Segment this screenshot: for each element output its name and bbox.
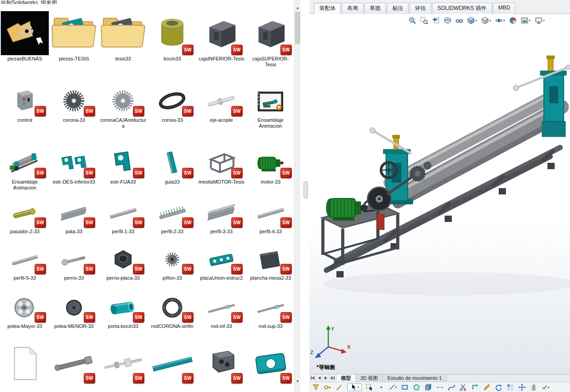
splitter-handle[interactable] bbox=[303, 181, 308, 198]
zoom-to-fit-icon[interactable] bbox=[409, 17, 416, 24]
file-item-piñon-33[interactable]: SWpiñon-33 bbox=[148, 246, 196, 281]
ribbon-tab-标注[interactable]: 标注 bbox=[387, 3, 409, 14]
view-settings-icon[interactable]: ▾ bbox=[535, 17, 545, 24]
file-item-row7-3[interactable]: SW bbox=[99, 344, 147, 384]
ribbon-tab-MBD[interactable]: MBD bbox=[493, 3, 516, 14]
file-item-perfil-4-33[interactable]: SWperfil-4-33 bbox=[247, 198, 294, 235]
dropdown-caret-icon[interactable]: ▾ bbox=[529, 18, 531, 23]
file-item-perfil-1-33[interactable]: SWperfil-1-33 bbox=[99, 198, 147, 235]
file-item-Ensamblaje-Animacion[interactable]: Ensamblaje Animacion bbox=[247, 87, 294, 129]
key-tool-icon[interactable] bbox=[324, 383, 331, 391]
file-item-row7-4[interactable]: SW bbox=[148, 344, 196, 384]
file-item-coronaCAJAreductura[interactable]: SWcoronaCAJAreductura bbox=[99, 87, 147, 129]
rotate-tool-icon[interactable] bbox=[495, 383, 502, 391]
file-item-piezasBUENAS[interactable]: piezasBUENAS bbox=[1, 11, 49, 62]
file-item-perfil-5-33[interactable]: SWperfil-5-33 bbox=[1, 246, 49, 281]
file-item-mesitaMOTOR-Tesis[interactable]: SWmesitaMOTOR-Tesis bbox=[198, 147, 245, 185]
file-item-perfil-2-33[interactable]: SWperfil-2-33 bbox=[148, 198, 196, 235]
line-tool-icon[interactable]: ▾ bbox=[389, 383, 397, 391]
previous-view-icon[interactable] bbox=[432, 17, 440, 24]
spline-tool-icon[interactable] bbox=[448, 383, 455, 391]
file-item-perfil-3-33[interactable]: SWperfil-3-33 bbox=[198, 198, 245, 235]
file-item-row7-6[interactable]: SW bbox=[247, 344, 294, 384]
file-item-pasador-2-33[interactable]: SWpasador-2-33 bbox=[1, 198, 49, 235]
file-item-row7-2[interactable]: SW bbox=[50, 344, 98, 384]
centerline-tool-icon[interactable] bbox=[436, 383, 444, 391]
file-item-cajaSUPERIOR-Tesis[interactable]: SWcajaSUPERIOR-Tesis bbox=[247, 11, 294, 68]
dropdown-caret-icon[interactable]: ▾ bbox=[503, 18, 505, 23]
zoom-to-area-icon[interactable] bbox=[420, 17, 428, 24]
model-3d-view[interactable]: Y X Z bbox=[309, 14, 570, 374]
file-panel-scrollbar[interactable]: ▲ ▼ bbox=[294, 0, 300, 392]
first-frame-icon[interactable] bbox=[309, 374, 316, 382]
dropdown-caret-icon[interactable]: ▾ bbox=[543, 18, 545, 23]
file-item-perno-33[interactable]: SWperno-33 bbox=[50, 246, 98, 281]
dynamic-annotation-icon[interactable] bbox=[455, 17, 463, 24]
graphics-viewport[interactable]: ▾▾▾▾▾ bbox=[309, 14, 570, 374]
bottom-tab-Estudio-de-movimiento-1[interactable]: Estudio de movimiento 1 bbox=[383, 374, 446, 382]
file-item-placaUnion-estruc2[interactable]: SWplacaUnion-estruc2 bbox=[198, 246, 245, 281]
file-item-tesis33[interactable]: tesis33 bbox=[99, 11, 147, 62]
section-view-icon[interactable] bbox=[444, 17, 451, 24]
file-item-guia33[interactable]: SWguia33 bbox=[148, 147, 196, 185]
file-item-piezas-TESIS[interactable]: piezas-TESIS bbox=[50, 11, 98, 62]
scroll-down-icon[interactable]: ▼ bbox=[294, 378, 301, 385]
edit-appearance-icon[interactable] bbox=[509, 17, 517, 24]
file-item-estr-DES-inferior33[interactable]: SWestr-DES-inferior33 bbox=[50, 147, 98, 185]
file-item-row7-1[interactable] bbox=[1, 344, 49, 384]
file-item-plancha-mesa2-33[interactable]: SWplancha-mesa2-33 bbox=[247, 246, 294, 281]
bottom-tab-模型[interactable]: 模型 bbox=[336, 374, 356, 382]
last-frame-icon[interactable] bbox=[330, 374, 336, 382]
file-item-pata-33[interactable]: SWpata-33 bbox=[50, 198, 98, 235]
file-item-cajaINFERIOR-Tesis[interactable]: SWcajaINFERIOR-Tesis bbox=[198, 11, 245, 62]
magic-wand-tool-icon[interactable] bbox=[336, 383, 343, 391]
apply-scene-icon[interactable]: ▾ bbox=[521, 17, 531, 24]
file-item-motor-33[interactable]: SWmotor-33 bbox=[247, 147, 294, 185]
file-item-correa-33[interactable]: SWcorrea-33 bbox=[148, 87, 196, 123]
next-frame-icon[interactable] bbox=[323, 374, 330, 382]
display-style-icon[interactable]: ▾ bbox=[481, 17, 491, 24]
dropdown-caret-icon[interactable]: ▾ bbox=[395, 385, 397, 389]
file-item-rodCORONA-sinfin[interactable]: SWrodCORONA-sinfin bbox=[148, 294, 196, 329]
trim-tool-icon[interactable] bbox=[460, 383, 467, 391]
select-tool-icon[interactable]: ▾ bbox=[347, 383, 362, 391]
file-item-Ensamblaje-Animacion[interactable]: SWEnsamblaje Animacion bbox=[1, 147, 49, 191]
dropdown-caret-icon[interactable]: ▾ bbox=[475, 18, 477, 23]
ribbon-tab-评估[interactable]: 评估 bbox=[409, 3, 431, 14]
ribbon-tab-SOLIDWORKS 插件[interactable]: SOLIDWORKS 插件 bbox=[432, 3, 492, 14]
rectangle-tool-icon[interactable] bbox=[401, 383, 409, 391]
spring-tool-icon[interactable] bbox=[530, 383, 538, 391]
file-item-polea-Mayor-33[interactable]: SWpolea-Mayor-33 bbox=[1, 294, 49, 329]
file-item-polea-MENOR-33[interactable]: SWpolea-MENOR-33 bbox=[50, 294, 98, 329]
filter-tool-icon[interactable] bbox=[312, 383, 320, 391]
file-item-porta-bocin33[interactable]: SWporta-bocin33 bbox=[99, 294, 147, 329]
bottom-tab-3D-视图[interactable]: 3D 视图 bbox=[356, 374, 383, 382]
view-orientation-icon[interactable]: ▾ bbox=[467, 17, 477, 24]
file-item-eje-acople[interactable]: SWeje-acople bbox=[198, 87, 245, 123]
file-item-perno-placa-33[interactable]: SWperno-placa-33 bbox=[99, 246, 147, 281]
polygon-tool-icon[interactable] bbox=[413, 383, 420, 391]
ribbon-tab-装配体[interactable]: 装配体 bbox=[314, 3, 341, 14]
file-item-rod-inf-33[interactable]: SWrod-inf-33 bbox=[198, 294, 245, 329]
point-tool-icon[interactable] bbox=[377, 383, 385, 391]
solid-box-tool-icon[interactable] bbox=[424, 383, 432, 391]
dropdown-caret-icon[interactable]: ▾ bbox=[357, 385, 359, 389]
move-tool-icon[interactable] bbox=[518, 383, 526, 391]
pencil-tool-icon[interactable] bbox=[483, 383, 491, 391]
convert-entities-tool-icon[interactable] bbox=[471, 383, 479, 391]
dropdown-caret-icon[interactable]: ▾ bbox=[547, 385, 549, 389]
scrollbar-thumb[interactable] bbox=[295, 12, 300, 44]
previous-frame-icon[interactable] bbox=[316, 374, 323, 382]
file-item-rod-sup-33[interactable]: SWrod-sup-33 bbox=[247, 294, 294, 329]
ribbon-tab-草图[interactable]: 草图 bbox=[364, 3, 386, 14]
hide-show-items-icon[interactable]: ▾ bbox=[495, 17, 505, 24]
scroll-up-icon[interactable]: ▲ bbox=[294, 5, 301, 11]
file-item-estr-FIJA33[interactable]: SWestr-FIJA33 bbox=[99, 147, 147, 185]
ribbon-tab-布局[interactable]: 布局 bbox=[342, 3, 363, 14]
file-item-row7-5[interactable]: SW bbox=[198, 344, 245, 384]
file-item-corona-33[interactable]: SWcorona-33 bbox=[50, 87, 98, 123]
evaluate-check-tool-icon[interactable]: ▾ bbox=[542, 383, 549, 391]
dropdown-caret-icon[interactable]: ▾ bbox=[489, 18, 491, 23]
file-item-control[interactable]: SWcontrol bbox=[1, 87, 49, 123]
file-item-bocin33[interactable]: SWbocin33 bbox=[148, 11, 196, 62]
